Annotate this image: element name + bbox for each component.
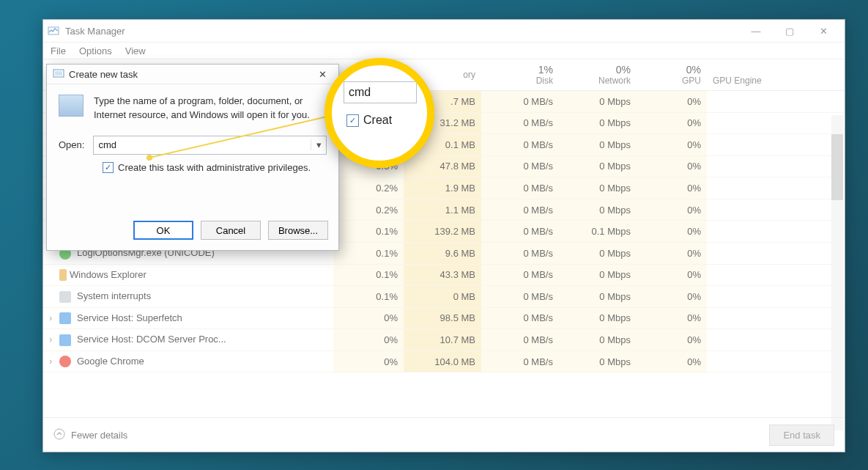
cell-disk: 0 MB/s bbox=[481, 112, 559, 134]
cell-gpu-engine bbox=[707, 350, 845, 372]
table-row[interactable]: System interrupts0.1%0 MB0 MB/s0 Mbps0% bbox=[43, 286, 845, 308]
cell-gpu-engine bbox=[707, 112, 845, 134]
admin-privileges-label: Create this task with administrative pri… bbox=[118, 162, 311, 173]
menu-options[interactable]: Options bbox=[79, 45, 112, 56]
cell-gpu: 0% bbox=[637, 134, 707, 156]
cell-disk: 0 MB/s bbox=[481, 199, 559, 221]
browse-button[interactable]: Browse... bbox=[268, 221, 328, 240]
process-name-cell[interactable]: ›Service Host: DCOM Server Proc... bbox=[43, 329, 333, 351]
open-combobox[interactable]: ▾ bbox=[93, 136, 327, 155]
process-name-cell[interactable]: System interrupts bbox=[43, 286, 333, 308]
cell-mem: 139.2 MB bbox=[404, 221, 481, 243]
cell-cpu: 0.1% bbox=[333, 242, 404, 264]
cell-disk: 0 MB/s bbox=[481, 91, 559, 113]
cell-net: 0 Mbps bbox=[559, 307, 637, 329]
cell-cpu: 0% bbox=[333, 307, 404, 329]
scrollbar-thumb[interactable] bbox=[831, 134, 843, 200]
process-icon bbox=[59, 356, 71, 367]
menu-view[interactable]: View bbox=[125, 45, 146, 56]
cell-gpu-engine bbox=[707, 264, 845, 286]
cell-disk: 0 MB/s bbox=[481, 286, 559, 308]
cell-gpu-engine bbox=[707, 307, 845, 329]
task-manager-icon bbox=[48, 25, 59, 37]
cell-gpu: 0% bbox=[637, 307, 707, 329]
checkbox-checked-icon[interactable]: ✓ bbox=[103, 162, 114, 173]
cell-cpu: 0.1% bbox=[333, 221, 404, 243]
cell-disk: 0 MB/s bbox=[481, 134, 559, 156]
process-name-label: Service Host: DCOM Server Proc... bbox=[77, 334, 226, 345]
menubar: File Options View bbox=[43, 43, 845, 59]
cell-disk: 0 MB/s bbox=[481, 329, 559, 351]
cell-mem: 1.9 MB bbox=[404, 177, 481, 199]
cell-gpu: 0% bbox=[637, 221, 707, 243]
cell-net: 0 Mbps bbox=[559, 199, 637, 221]
dialog-title: Create new task bbox=[69, 69, 138, 80]
process-icon bbox=[59, 291, 71, 303]
maximize-button[interactable]: ▢ bbox=[773, 20, 806, 42]
menu-file[interactable]: File bbox=[51, 45, 66, 56]
dialog-close-button[interactable]: ✕ bbox=[312, 69, 333, 80]
cell-disk: 0 MB/s bbox=[481, 242, 559, 264]
expand-chevron-icon[interactable]: › bbox=[49, 356, 56, 367]
chevron-down-icon[interactable]: ▾ bbox=[311, 139, 326, 150]
cancel-button[interactable]: Cancel bbox=[201, 221, 261, 240]
table-row[interactable]: ›Google Chrome0%104.0 MB0 MB/s0 Mbps0% bbox=[43, 350, 845, 372]
cell-disk: 0 MB/s bbox=[481, 350, 559, 372]
ok-button[interactable]: OK bbox=[133, 221, 193, 240]
cell-net: 0 Mbps bbox=[559, 350, 637, 372]
cell-mem: 9.6 MB bbox=[404, 242, 481, 264]
cell-disk: 0 MB/s bbox=[481, 221, 559, 243]
cell-gpu-engine bbox=[707, 221, 845, 243]
cell-gpu: 0% bbox=[637, 329, 707, 351]
cell-gpu: 0% bbox=[637, 242, 707, 264]
process-name-cell[interactable]: ›Service Host: Superfetch bbox=[43, 307, 333, 329]
titlebar[interactable]: Task Manager ― ▢ ✕ bbox=[43, 20, 845, 43]
admin-privileges-checkbox-row[interactable]: ✓ Create this task with administrative p… bbox=[103, 162, 327, 173]
magnifier-checkbox-fragment: ✓ Creat bbox=[346, 114, 392, 127]
expand-chevron-icon[interactable]: › bbox=[49, 312, 56, 323]
cell-gpu: 0% bbox=[637, 286, 707, 308]
cell-net: 0 Mbps bbox=[559, 155, 637, 177]
cell-net: 0 Mbps bbox=[559, 112, 637, 134]
chevron-up-icon bbox=[53, 428, 65, 442]
expand-chevron-icon[interactable]: › bbox=[49, 334, 56, 345]
cell-cpu: 0.2% bbox=[333, 199, 404, 221]
magnifier-open-input: cmd bbox=[344, 81, 417, 103]
process-icon bbox=[59, 312, 71, 324]
process-name-label: Windows Explorer bbox=[70, 269, 146, 280]
cell-net: 0 Mbps bbox=[559, 134, 637, 156]
cell-gpu-engine bbox=[707, 329, 845, 351]
cell-disk: 0 MB/s bbox=[481, 307, 559, 329]
col-disk[interactable]: 1%Disk bbox=[481, 59, 559, 91]
cell-gpu: 0% bbox=[637, 112, 707, 134]
run-large-icon bbox=[59, 95, 84, 117]
table-row[interactable]: ›Service Host: DCOM Server Proc...0%10.7… bbox=[43, 329, 845, 351]
cell-disk: 0 MB/s bbox=[481, 177, 559, 199]
cell-net: 0.1 Mbps bbox=[559, 221, 637, 243]
cell-gpu-engine bbox=[707, 242, 845, 264]
process-name-label: Service Host: Superfetch bbox=[77, 312, 182, 323]
col-gpu-engine[interactable]: GPU Engine bbox=[707, 59, 845, 91]
cell-mem: 0 MB bbox=[404, 286, 481, 308]
table-row[interactable]: Windows Explorer0.1%43.3 MB0 MB/s0 Mbps0… bbox=[43, 264, 845, 286]
cell-gpu: 0% bbox=[637, 91, 707, 113]
cell-mem: 47.8 MB bbox=[404, 155, 481, 177]
process-name-cell[interactable]: ›Google Chrome bbox=[43, 350, 333, 372]
end-task-button[interactable]: End task bbox=[769, 425, 834, 446]
table-row[interactable]: ›Service Host: Superfetch0%98.5 MB0 MB/s… bbox=[43, 307, 845, 329]
cell-net: 0 Mbps bbox=[559, 286, 637, 308]
col-gpu[interactable]: 0%GPU bbox=[637, 59, 707, 91]
cell-gpu-engine bbox=[707, 134, 845, 156]
cell-mem: 1.1 MB bbox=[404, 199, 481, 221]
process-name-cell[interactable]: Windows Explorer bbox=[43, 264, 333, 286]
minimize-button[interactable]: ― bbox=[739, 20, 773, 42]
fewer-details-label: Fewer details bbox=[71, 430, 127, 441]
dialog-titlebar[interactable]: Create new task ✕ bbox=[47, 65, 338, 84]
fewer-details-toggle[interactable]: Fewer details bbox=[53, 428, 127, 442]
cell-cpu: 0% bbox=[333, 329, 404, 351]
close-button[interactable]: ✕ bbox=[806, 20, 840, 42]
col-network[interactable]: 0%Network bbox=[559, 59, 637, 91]
cell-mem: 10.7 MB bbox=[404, 329, 481, 351]
create-new-task-dialog: Create new task ✕ Type the name of a pro… bbox=[46, 64, 339, 251]
cell-net: 0 Mbps bbox=[559, 264, 637, 286]
